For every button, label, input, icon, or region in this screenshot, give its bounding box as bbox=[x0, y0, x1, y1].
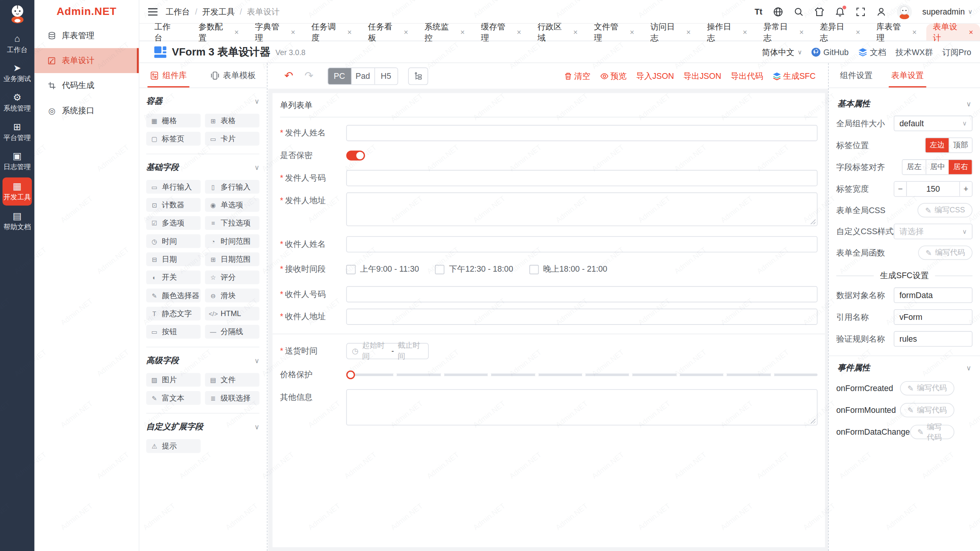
page-tab[interactable]: 任务调度 × bbox=[305, 24, 359, 41]
subscribe-pro-link[interactable]: 订阅Pro bbox=[942, 47, 971, 58]
component-chip[interactable]: ▭ 卡片 bbox=[205, 132, 260, 145]
tab-component-library[interactable]: 组件库 bbox=[150, 63, 187, 88]
import-json-button[interactable]: 导入JSON bbox=[636, 70, 674, 82]
page-tab[interactable]: 异常日志 × bbox=[756, 24, 810, 41]
page-tab[interactable]: 工作台 bbox=[147, 24, 189, 41]
component-chip[interactable]: ≣ 级联选择 bbox=[205, 391, 260, 405]
form-canvas[interactable]: 单列表单 发件人姓名 是否保密 发件人号码 发件人地址 bbox=[273, 93, 825, 547]
user-avatar[interactable] bbox=[897, 4, 911, 19]
rail-menu-item[interactable]: ▤ 帮助文档 bbox=[0, 207, 34, 236]
docs-link[interactable]: 文档 bbox=[858, 47, 886, 58]
close-icon[interactable]: × bbox=[856, 28, 860, 36]
page-tab[interactable]: 库表管理 × bbox=[869, 24, 923, 41]
language-select[interactable]: 简体中文 ∨ bbox=[762, 47, 802, 58]
generate-sfc-button[interactable]: 生成SFC bbox=[773, 70, 816, 82]
close-icon[interactable]: × bbox=[912, 28, 916, 36]
field-other-info[interactable]: 其他信息 bbox=[280, 389, 817, 425]
font-size-icon[interactable]: Tt bbox=[755, 7, 762, 16]
edit-code-button[interactable]: ✎ 编写代码 bbox=[910, 425, 954, 439]
component-chip[interactable]: ⊡ 计数器 bbox=[146, 198, 201, 212]
component-chip[interactable]: ◉ 单选项 bbox=[205, 198, 260, 212]
component-chip[interactable]: T 静态文字 bbox=[146, 307, 201, 321]
rail-menu-item[interactable]: ⚙ 系统管理 bbox=[0, 88, 34, 117]
tab-form-settings[interactable]: 表单设置 bbox=[891, 63, 924, 88]
preview-button[interactable]: 预览 bbox=[600, 70, 627, 82]
label-pos-left-button[interactable]: 左边 bbox=[926, 138, 949, 153]
device-h5-button[interactable]: H5 bbox=[374, 68, 397, 84]
slider-handle[interactable] bbox=[346, 370, 355, 379]
page-tab[interactable]: 行政区域 × bbox=[531, 24, 585, 41]
align-right-button[interactable]: 居右 bbox=[949, 160, 972, 174]
close-icon[interactable]: × bbox=[291, 28, 295, 36]
tab-widget-settings[interactable]: 组件设置 bbox=[840, 63, 872, 88]
component-chip[interactable]: ▭ 按钮 bbox=[146, 325, 201, 339]
outline-tree-button[interactable] bbox=[408, 67, 428, 85]
close-icon[interactable]: × bbox=[234, 28, 238, 36]
close-icon[interactable]: × bbox=[743, 28, 747, 36]
page-tab[interactable]: 缓存管理 × bbox=[474, 24, 528, 41]
component-chip[interactable]: ⊟ 日期 bbox=[146, 253, 201, 266]
checkbox-morning[interactable]: 上午9:00 - 11:30 bbox=[346, 263, 419, 276]
collapse-menu-icon[interactable] bbox=[147, 7, 158, 16]
component-chip[interactable]: ⚠ 提示 bbox=[146, 439, 201, 453]
basic-props-header[interactable]: 基本属性 ∨ bbox=[838, 98, 971, 109]
ref-name-input[interactable] bbox=[894, 309, 973, 325]
component-chip[interactable]: ◐ 开关 bbox=[146, 271, 201, 284]
component-chip[interactable]: ☑ 多选项 bbox=[146, 216, 201, 230]
page-tab[interactable]: 任务看板 × bbox=[361, 24, 415, 41]
tab-form-templates[interactable]: 表单模板 bbox=[211, 63, 256, 88]
field-is-secret[interactable]: 是否保密 bbox=[280, 147, 817, 163]
sidebar-item-code-gen[interactable]: 代码生成 bbox=[34, 73, 139, 98]
custom-css-select[interactable]: 请选择 ∨ bbox=[894, 223, 973, 239]
close-icon[interactable]: × bbox=[517, 28, 521, 36]
fullscreen-icon[interactable] bbox=[856, 7, 866, 16]
wx-group-link[interactable]: 技术WX群 bbox=[895, 47, 933, 58]
language-icon[interactable] bbox=[773, 7, 783, 16]
close-icon[interactable]: × bbox=[460, 28, 464, 36]
rail-menu-item[interactable]: ⊞ 平台管理 bbox=[0, 117, 34, 147]
sidebar-item-db-tables[interactable]: 库表管理 bbox=[34, 23, 139, 48]
component-chip[interactable]: ▢ 标签页 bbox=[146, 132, 201, 145]
search-icon[interactable] bbox=[794, 7, 804, 16]
close-icon[interactable]: × bbox=[404, 28, 408, 36]
section-header[interactable]: 容器 ∨ bbox=[146, 96, 260, 107]
increase-button[interactable]: + bbox=[960, 182, 972, 196]
rail-menu-item[interactable]: ▣ 日志管理 bbox=[0, 147, 34, 176]
component-chip[interactable]: ☆ 评分 bbox=[205, 271, 260, 284]
notification-bell-icon[interactable] bbox=[835, 7, 845, 16]
resize-handle[interactable] bbox=[810, 418, 816, 424]
receiver-address-input[interactable] bbox=[346, 309, 817, 325]
page-tab[interactable]: 表单设计 × bbox=[926, 24, 980, 41]
component-chip[interactable]: ⊞ 日期范围 bbox=[205, 253, 260, 266]
theme-shirt-icon[interactable] bbox=[814, 7, 824, 16]
close-icon[interactable]: × bbox=[686, 28, 691, 36]
sidebar-item-api[interactable]: ◎ 系统接口 bbox=[34, 98, 139, 123]
close-icon[interactable]: × bbox=[799, 28, 804, 36]
event-props-header[interactable]: 事件属性 ∨ bbox=[838, 362, 971, 373]
field-delivery-time[interactable]: 送货时间 ◷ 起始时间 - 截止时间 bbox=[280, 343, 817, 359]
device-pad-button[interactable]: Pad bbox=[351, 68, 374, 84]
component-chip[interactable]: ⊞ 表格 bbox=[205, 114, 260, 127]
rail-menu-item[interactable]: ➤ 业务测试 bbox=[0, 59, 34, 88]
align-left-button[interactable]: 居左 bbox=[903, 160, 926, 174]
field-receive-period[interactable]: 接收时间段 上午9:00 - 11:30 下午12:30 - 18:00 bbox=[280, 261, 817, 277]
global-size-select[interactable]: default ∨ bbox=[894, 116, 973, 131]
close-icon[interactable]: × bbox=[969, 28, 973, 36]
component-chip[interactable]: ⊖ 滑块 bbox=[205, 289, 260, 302]
rail-menu-item[interactable]: ▦ 开发工具 bbox=[3, 178, 32, 205]
export-json-button[interactable]: 导出JSON bbox=[683, 70, 721, 82]
section-header[interactable]: 基础字段 ∨ bbox=[146, 162, 260, 173]
section-header[interactable]: 高级字段 ∨ bbox=[146, 355, 260, 366]
component-chip[interactable]: ≡ 下拉选项 bbox=[205, 216, 260, 230]
page-tab[interactable]: 文件管理 × bbox=[587, 24, 641, 41]
close-icon[interactable]: × bbox=[573, 28, 578, 36]
component-chip[interactable]: ◔ 时间范围 bbox=[205, 234, 260, 248]
component-chip[interactable]: ▦ 栅格 bbox=[146, 114, 201, 127]
edit-code-button[interactable]: ✎ 编写代码 bbox=[900, 403, 954, 417]
data-object-name-input[interactable] bbox=[894, 287, 973, 303]
app-logo[interactable] bbox=[7, 3, 28, 24]
github-link[interactable]: GitHub bbox=[812, 47, 849, 57]
edit-code-button[interactable]: ✎ 编写代码 bbox=[900, 381, 954, 396]
align-center-button[interactable]: 居中 bbox=[926, 160, 949, 174]
field-sender-address[interactable]: 发件人地址 bbox=[280, 192, 817, 226]
